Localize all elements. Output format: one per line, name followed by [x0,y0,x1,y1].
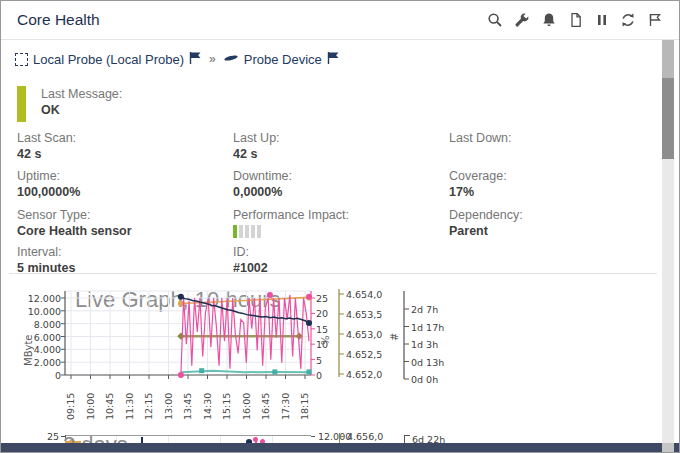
scrollbar-thumb[interactable] [662,78,674,159]
series-marker [306,320,312,326]
core-health-window: Core Health Local Probe (Local Probe) » … [0,0,680,453]
series-pink-oscillating [181,295,309,375]
sliver-duration-tick: 6d 22h [412,434,445,443]
next-section-edge [1,443,679,452]
series-marker [199,368,204,373]
series-marker [307,369,312,374]
series-marker [177,333,184,340]
series-marker [306,294,312,300]
live-graph-canvas [1,281,461,433]
pink-marker [253,437,258,442]
scrollbar-corner [662,443,674,452]
series-marker [267,292,273,298]
series-marker [272,369,277,374]
series-marker [178,372,184,378]
scrollbar-thumb-upper[interactable] [662,40,674,78]
series-marker [178,294,184,300]
sliver-title-fragment: 2 days [63,432,128,443]
